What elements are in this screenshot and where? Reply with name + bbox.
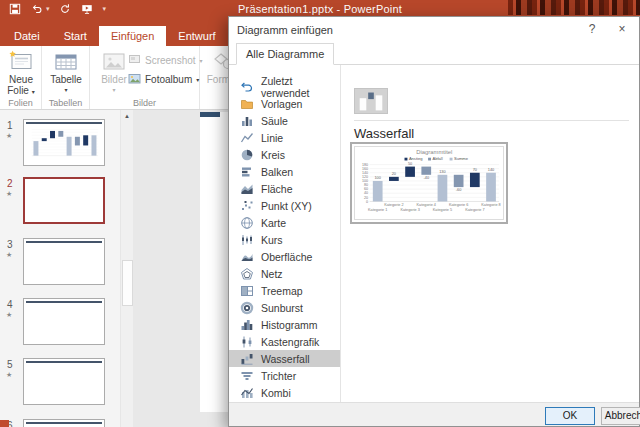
customize-qat-icon[interactable]: ▾: [103, 5, 107, 13]
svg-text:120: 120: [362, 175, 368, 179]
combo-chart-icon: [240, 386, 254, 400]
svg-text:Kategorie 2: Kategorie 2: [384, 203, 403, 207]
slide-thumbnail[interactable]: [23, 419, 105, 427]
svg-text:Anstieg: Anstieg: [409, 156, 423, 161]
chart-type-item[interactable]: Histogramm: [229, 316, 340, 333]
chart-type-item[interactable]: Punkt (XY): [229, 197, 340, 214]
chart-type-list: Zuletzt verwendet Vorlagen Säule Linie K…: [229, 65, 341, 402]
funnel-chart-icon: [240, 369, 254, 383]
divider: [354, 120, 629, 121]
svg-text:Abfall: Abfall: [432, 156, 442, 161]
slide-thumbnail[interactable]: [23, 119, 105, 166]
svg-text:20: 20: [364, 196, 368, 200]
svg-text:-40: -40: [423, 176, 429, 180]
chart-type-item[interactable]: Trichter: [229, 367, 340, 384]
cancel-button[interactable]: Abbrechen: [601, 407, 640, 425]
tab-start[interactable]: Start: [52, 26, 99, 46]
new-slide-label-2: Folie ▾: [1, 85, 41, 98]
chart-type-item[interactable]: Linie: [229, 129, 340, 146]
chart-type-item[interactable]: Netz: [229, 265, 340, 282]
insert-chart-dialog: Diagramm einfügen ? × Alle Diagramme Zul…: [228, 16, 640, 427]
slide-row: 6: [0, 419, 120, 427]
chart-type-item[interactable]: Kreis: [229, 146, 340, 163]
animation-star-icon: ★: [6, 251, 12, 259]
group-label-bilder: Bilder: [90, 98, 199, 108]
chart-type-label: Histogramm: [261, 319, 318, 331]
chart-type-item[interactable]: Treemap: [229, 282, 340, 299]
repeat-icon[interactable]: [59, 3, 72, 16]
ok-button[interactable]: OK: [545, 407, 595, 425]
svg-text:80: 80: [364, 183, 368, 187]
chart-type-item[interactable]: Kastengrafik: [229, 333, 340, 350]
screenshot-button[interactable]: Screenshot ▾: [128, 53, 203, 68]
svg-text:140: 140: [488, 168, 494, 172]
new-slide-button[interactable]: Neue Folie ▾: [1, 48, 41, 98]
slide-accent-line: [26, 241, 102, 243]
chart-type-item[interactable]: Fläche: [229, 180, 340, 197]
svg-text:100: 100: [362, 179, 368, 183]
waterfall-preview-tile[interactable]: 020406080100120140160180100Kategorie 120…: [350, 142, 508, 224]
waterfall-subtype-button[interactable]: [354, 88, 388, 114]
start-slideshow-icon[interactable]: [81, 3, 94, 16]
tab-datei[interactable]: Datei: [2, 26, 52, 46]
chart-type-item[interactable]: Sunburst: [229, 299, 340, 316]
tab-einf-gen[interactable]: Einfügen: [99, 26, 166, 46]
animation-star-icon: ★: [6, 311, 12, 319]
undo-dropdown-icon[interactable]: ▾: [46, 5, 50, 13]
chart-type-label: Sunburst: [261, 302, 303, 314]
slide-thumbnail-panel: 1 ★ 2 ★ 3 ★ 4 ★ 5 ★ 6: [0, 110, 120, 427]
chart-type-item[interactable]: Wasserfall: [229, 350, 340, 367]
chart-type-item[interactable]: Kombi: [229, 384, 340, 401]
undo-icon[interactable]: [30, 3, 43, 16]
bar-chart-icon: [240, 165, 254, 179]
chevron-down-icon: ▾: [46, 85, 86, 96]
svg-text:180: 180: [362, 163, 368, 167]
scroll-up-icon[interactable]: ▲: [121, 110, 133, 123]
animation-star-icon: ★: [6, 132, 12, 140]
svg-text:Kategorie 7: Kategorie 7: [465, 208, 484, 212]
dialog-footer: OK Abbrechen: [229, 402, 639, 426]
dialog-tabrow: Alle Diagramme: [229, 43, 639, 65]
photo-album-button[interactable]: Fotoalbum ▾: [128, 72, 199, 87]
table-button[interactable]: Tabelle ▾: [46, 48, 86, 96]
chart-type-item[interactable]: Zuletzt verwendet: [229, 78, 340, 95]
chart-type-item[interactable]: Oberfläche: [229, 248, 340, 265]
chart-preview-pane: Wasserfall 020406080100120140160180100Ka…: [342, 65, 639, 402]
slide-thumbnail[interactable]: [23, 358, 105, 405]
svg-text:20: 20: [392, 172, 396, 176]
chart-type-item[interactable]: Karte: [229, 214, 340, 231]
slide-thumbnail[interactable]: [23, 238, 105, 285]
radar-chart-icon: [240, 267, 254, 281]
svg-text:0: 0: [366, 200, 368, 204]
slide-thumbnail[interactable]: [23, 177, 105, 224]
map-chart-icon: [240, 216, 254, 230]
sunburst-chart-icon: [240, 301, 254, 315]
scatter-chart-icon: [240, 199, 254, 213]
tab-alle-diagramme[interactable]: Alle Diagramme: [236, 43, 334, 65]
scrollbar-thumb[interactable]: [122, 260, 133, 306]
chart-type-item[interactable]: Balken: [229, 163, 340, 180]
svg-text:100: 100: [374, 177, 380, 181]
svg-text:60: 60: [364, 187, 368, 191]
slide-thumbnail[interactable]: [23, 298, 105, 345]
chart-type-label: Oberfläche: [261, 251, 312, 263]
slide-accent-line: [26, 422, 102, 424]
ribbon-group-bilder: Bilder ▾ Screenshot ▾ Fotoalbum ▾ Bilder: [90, 46, 200, 109]
help-icon[interactable]: ?: [577, 17, 607, 42]
slide-row: 3 ★: [0, 238, 120, 290]
line-chart-icon: [240, 131, 254, 145]
chart-type-label: Karte: [261, 217, 286, 229]
stock-chart-icon: [240, 233, 254, 247]
close-icon[interactable]: ×: [607, 17, 637, 42]
chart-type-label: Vorlagen: [261, 98, 302, 110]
recent-icon: [240, 80, 254, 94]
tab-entwurf[interactable]: Entwurf: [166, 26, 227, 46]
thumbnail-scrollbar[interactable]: ▲: [120, 110, 133, 427]
save-icon[interactable]: [8, 3, 21, 16]
group-label-tabellen: Tabellen: [42, 98, 89, 108]
chart-type-label: Wasserfall: [261, 353, 310, 365]
chart-type-label: Kurs: [261, 234, 283, 246]
status-bar-fragment: [0, 420, 9, 427]
chart-type-item[interactable]: Kurs: [229, 231, 340, 248]
chart-type-item[interactable]: Säule: [229, 112, 340, 129]
